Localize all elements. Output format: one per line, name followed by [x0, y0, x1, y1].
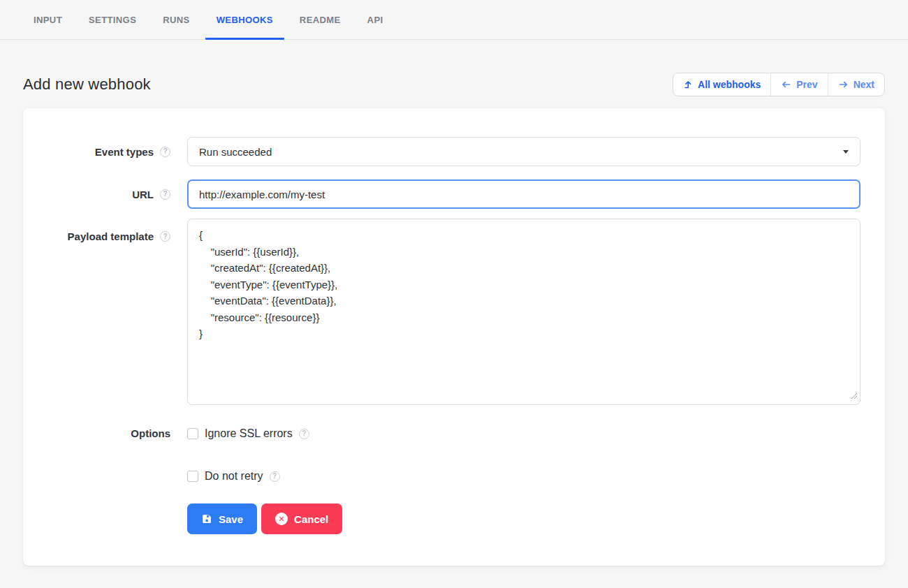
- tab-api[interactable]: API: [356, 0, 395, 39]
- tab-readme[interactable]: README: [288, 0, 352, 39]
- buttons-row: Save ✕ Cancel: [23, 504, 861, 534]
- help-icon[interactable]: ?: [160, 189, 170, 200]
- ignore-ssl-errors-label[interactable]: Ignore SSL errors: [205, 427, 293, 440]
- form-buttons: Save ✕ Cancel: [187, 504, 861, 534]
- arrow-up-left-icon: [683, 80, 693, 89]
- ignore-ssl-errors-checkbox[interactable]: [187, 428, 198, 439]
- event-types-select[interactable]: Run succeeded: [187, 137, 861, 166]
- prev-label: Prev: [796, 79, 817, 90]
- next-button[interactable]: Next: [828, 73, 884, 96]
- arrow-right-icon: [838, 80, 849, 89]
- tab-settings[interactable]: SETTINGS: [78, 0, 147, 39]
- cancel-x-icon: ✕: [275, 513, 288, 525]
- payload-template-wrap: { "userId": {{userId}}, "createdAt": {{c…: [187, 219, 861, 405]
- do-not-retry-option: Do not retry ?: [187, 469, 861, 484]
- save-button[interactable]: Save: [187, 504, 257, 534]
- arrow-left-icon: [781, 80, 791, 89]
- webhook-nav-group: All webhooks Prev Next: [673, 73, 885, 96]
- tab-webhooks[interactable]: WEBHOOKS: [205, 0, 284, 39]
- payload-template-label-cell: Payload template ?: [23, 219, 170, 242]
- event-types-label: Event types: [95, 146, 154, 158]
- floppy-disk-icon: [201, 513, 212, 524]
- prev-button[interactable]: Prev: [770, 73, 827, 96]
- options-checkboxes: Ignore SSL errors ? Do not retry ?: [187, 426, 861, 484]
- tab-input[interactable]: INPUT: [22, 0, 73, 39]
- tab-bar: INPUT SETTINGS RUNS WEBHOOKS README API: [0, 0, 908, 40]
- help-icon[interactable]: ?: [160, 231, 170, 242]
- save-label: Save: [219, 513, 243, 525]
- event-types-row: Event types ? Run succeeded: [23, 137, 861, 166]
- options-label-cell: Options: [23, 426, 170, 441]
- page-header: Add new webhook All webhooks Prev Next: [23, 73, 885, 96]
- event-types-selected-value: Run succeeded: [199, 146, 272, 158]
- help-icon[interactable]: ?: [299, 429, 309, 439]
- url-label: URL: [132, 189, 154, 200]
- event-types-label-cell: Event types ?: [23, 146, 170, 158]
- tab-runs[interactable]: RUNS: [152, 0, 200, 39]
- cancel-button[interactable]: ✕ Cancel: [261, 504, 342, 534]
- chevron-down-icon: [843, 150, 849, 154]
- options-label: Options: [131, 426, 170, 441]
- url-row: URL ?: [23, 179, 861, 209]
- next-label: Next: [854, 79, 874, 90]
- payload-template-label: Payload template: [68, 230, 154, 242]
- do-not-retry-label[interactable]: Do not retry: [205, 470, 263, 483]
- help-icon[interactable]: ?: [160, 147, 170, 157]
- payload-template-row: Payload template ? { "userId": {{userId}…: [23, 219, 861, 405]
- url-input[interactable]: [187, 179, 861, 209]
- all-webhooks-label: All webhooks: [698, 79, 761, 90]
- url-label-cell: URL ?: [23, 189, 170, 200]
- help-icon[interactable]: ?: [270, 471, 280, 482]
- options-row: Options Ignore SSL errors ? Do not retry…: [23, 426, 861, 484]
- page-title: Add new webhook: [23, 75, 151, 94]
- do-not-retry-checkbox[interactable]: [187, 471, 198, 482]
- ignore-ssl-errors-option: Ignore SSL errors ?: [187, 426, 861, 441]
- payload-template-textarea[interactable]: { "userId": {{userId}}, "createdAt": {{c…: [187, 219, 861, 405]
- resize-handle-icon[interactable]: [849, 390, 858, 402]
- all-webhooks-button[interactable]: All webhooks: [673, 73, 770, 96]
- cancel-label: Cancel: [294, 513, 328, 525]
- webhook-form-card: Event types ? Run succeeded URL ? Payloa…: [23, 108, 885, 566]
